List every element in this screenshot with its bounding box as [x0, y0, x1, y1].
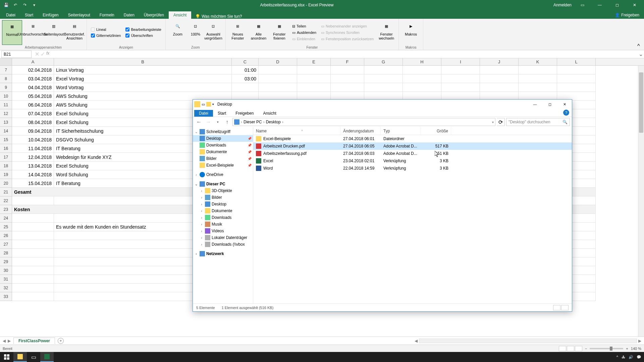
row-header[interactable]: 7	[0, 66, 12, 74]
bearbeitungsleiste-checkbox[interactable]: Bearbeitungsleiste	[125, 27, 161, 32]
zoom-100-button[interactable]: ⊡100%	[189, 20, 203, 45]
cell[interactable]: 09.04.2018	[12, 127, 54, 135]
scroll-thumb[interactable]	[639, 72, 643, 133]
select-all-corner[interactable]	[0, 58, 12, 65]
cell[interactable]: Word Vortrag	[54, 83, 232, 92]
redo-icon[interactable]: ↷	[21, 2, 28, 8]
sheet-next-icon[interactable]: ▶	[8, 339, 11, 343]
cell[interactable]	[480, 74, 519, 83]
formula-input[interactable]	[51, 51, 637, 58]
signin-link[interactable]: Anmelden	[553, 3, 572, 7]
tree-localdisk[interactable]: ›Lokaler Datenträger	[193, 234, 253, 241]
close-icon[interactable]: ✕	[628, 0, 641, 10]
row-header[interactable]: 23	[0, 205, 12, 214]
row-header[interactable]: 13	[0, 118, 12, 127]
column-header[interactable]: H	[403, 58, 441, 65]
cell[interactable]	[403, 74, 441, 83]
row-header[interactable]: 21	[0, 188, 12, 196]
tree-videos[interactable]: ›Videos	[193, 228, 253, 234]
cell[interactable]	[480, 83, 519, 92]
cell[interactable]	[297, 74, 331, 83]
cell[interactable]: 13.04.2018	[12, 162, 54, 170]
maximize-icon[interactable]: ◻	[610, 0, 624, 10]
tree-music[interactable]: ›Musik	[193, 221, 253, 228]
tab-formeln[interactable]: Formeln	[95, 11, 119, 19]
macros-button[interactable]: ▶Makros	[401, 20, 421, 45]
add-sheet-button[interactable]: +	[58, 338, 64, 344]
exp-tab-datei[interactable]: Datei	[194, 110, 213, 117]
cell[interactable]	[364, 83, 403, 92]
exp-tab-freigeben[interactable]: Freigeben	[231, 110, 258, 117]
cell[interactable]: 15.04.2018	[12, 179, 54, 188]
cell[interactable]	[12, 249, 54, 257]
tree-onedrive[interactable]: ›OneDrive	[193, 171, 253, 178]
collapse-ribbon-icon[interactable]: ^	[637, 43, 643, 49]
cell[interactable]	[259, 74, 297, 83]
accept-formula-icon[interactable]: ✓	[41, 51, 45, 57]
thumbnails-view-icon[interactable]	[561, 305, 569, 310]
explorer-maximize-icon[interactable]: ◻	[542, 100, 557, 109]
column-header[interactable]: K	[519, 58, 557, 65]
tree-desktop2[interactable]: ›Desktop	[193, 201, 253, 207]
file-row[interactable]: Arbeitszeit Drucken.pdf27.04.2018 06:05A…	[253, 142, 572, 150]
cell[interactable]: 07.04.2018	[12, 109, 54, 118]
taskbar-app[interactable]: ▭	[27, 352, 40, 362]
tree-pictures[interactable]: Bilder📌	[193, 155, 253, 162]
minimize-icon[interactable]: —	[593, 0, 606, 10]
share-button[interactable]: 👤 Freigeben	[610, 11, 644, 19]
explorer-close-icon[interactable]: ✕	[557, 100, 572, 109]
cell[interactable]: 02.04.2018	[12, 66, 54, 74]
cell[interactable]	[12, 223, 54, 231]
breadcrumb-seg[interactable]: Dieser PC	[244, 120, 262, 124]
column-header[interactable]: J	[480, 58, 519, 65]
cell[interactable]	[364, 66, 403, 74]
tree-downloads2[interactable]: ›Downloads	[193, 214, 253, 221]
tree-downloads[interactable]: Downloads📌	[193, 142, 253, 148]
taskbar-excel[interactable]	[40, 352, 54, 362]
explorer-help-icon[interactable]: ?	[563, 110, 569, 116]
taskbar-explorer[interactable]	[13, 352, 27, 362]
cell[interactable]	[331, 66, 364, 74]
file-row[interactable]: Word22.04.2018 14:59Verknüpfung3 KB	[253, 165, 572, 172]
tab-start[interactable]: Start	[20, 11, 38, 19]
row-header[interactable]: 30	[0, 266, 12, 275]
column-header[interactable]: C	[232, 58, 259, 65]
cell[interactable]	[519, 66, 557, 74]
column-header[interactable]: A	[12, 58, 54, 65]
tree-downloads-net[interactable]: ›Downloads (\\vbox	[193, 241, 253, 248]
name-box[interactable]	[1, 51, 32, 58]
cell[interactable]	[364, 74, 403, 83]
col-header-size[interactable]: Größe	[421, 127, 451, 135]
exp-qat-icon[interactable]	[206, 102, 211, 107]
cell[interactable]	[12, 292, 54, 301]
undo-icon[interactable]: ↶	[12, 2, 19, 8]
cell[interactable]: Excel Vortrag	[54, 74, 232, 83]
cell[interactable]	[232, 83, 259, 92]
cell[interactable]	[12, 214, 54, 223]
cell[interactable]	[331, 74, 364, 83]
cell[interactable]	[297, 66, 331, 74]
split-button[interactable]: ⊟Teilen	[292, 24, 316, 28]
row-header[interactable]: 12	[0, 109, 12, 118]
row-header[interactable]: 17	[0, 153, 12, 162]
col-header-name[interactable]: Name^	[253, 127, 340, 135]
row-header[interactable]: 8	[0, 74, 12, 83]
exp-qat-icon[interactable]: ▭	[202, 102, 205, 107]
row-header[interactable]: 28	[0, 249, 12, 257]
pagelayout-view-icon[interactable]	[567, 346, 574, 351]
arrange-all-button[interactable]: ▦Alle anordnen	[249, 20, 269, 45]
breadcrumb-seg[interactable]: Desktop	[266, 120, 281, 124]
tree-thispc[interactable]: ⌄Dieser PC	[193, 181, 253, 187]
address-bar[interactable]: › Dieser PC › Desktop › ▾	[232, 118, 495, 126]
cell[interactable]	[12, 266, 54, 275]
exp-tab-start[interactable]: Start	[213, 110, 231, 117]
expand-formula-icon[interactable]: ⌄	[637, 51, 644, 57]
column-header[interactable]: B	[54, 58, 232, 65]
cell[interactable]	[12, 257, 54, 266]
cell[interactable]	[297, 83, 331, 92]
cell[interactable]	[557, 74, 596, 83]
row-header[interactable]: 15	[0, 135, 12, 144]
row-header[interactable]: 16	[0, 144, 12, 153]
tellme-search[interactable]: 💡 Was möchten Sie tun?	[191, 14, 246, 19]
cell[interactable]: 12.04.2018	[12, 153, 54, 162]
